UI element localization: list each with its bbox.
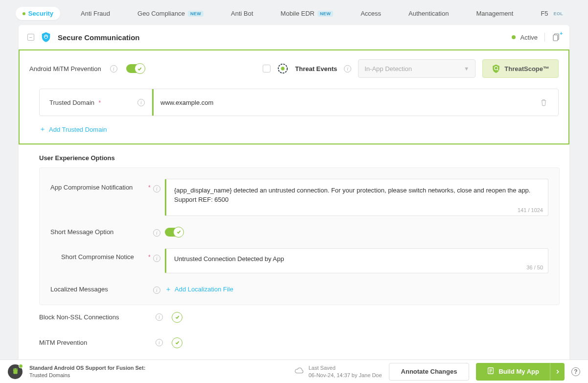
tab-access[interactable]: Access — [354, 7, 388, 20]
tab-management[interactable]: Management — [469, 7, 520, 20]
chevron-down-icon: ▼ — [464, 66, 469, 72]
required-marker: * — [148, 179, 153, 191]
status-group: Active + — [512, 32, 561, 43]
info-icon[interactable]: i — [153, 255, 160, 262]
info-icon[interactable]: i — [137, 99, 145, 106]
short-notice-label: Short Compromise Notice — [61, 248, 148, 261]
block-ssl-toggle[interactable] — [172, 312, 182, 323]
delete-domain-button[interactable] — [529, 89, 558, 116]
info-icon[interactable]: i — [153, 229, 160, 237]
threat-events-label: Threat Events — [295, 65, 337, 72]
required-marker: * — [98, 99, 101, 106]
trusted-domain-input[interactable] — [154, 90, 529, 115]
mitm-toggle[interactable] — [126, 64, 145, 73]
domain-label: Trusted Domain — [49, 99, 94, 106]
new-badge: NEW — [317, 11, 333, 17]
svg-rect-1 — [45, 37, 47, 38]
tab-security[interactable]: Security — [16, 7, 60, 20]
threatscope-button[interactable]: ThreatScope™ — [482, 59, 559, 78]
ux-section-title: User Experience Options — [39, 154, 560, 162]
required-marker: * — [148, 248, 153, 261]
mitm-prev-label: MiTM Prevention — [39, 339, 147, 346]
trusted-domain-row: Trusted Domain * i — [39, 89, 559, 116]
android-icon — [8, 364, 23, 379]
tab-label: Security — [28, 10, 53, 17]
select-value: In-App Detection — [364, 65, 412, 72]
footer-bar: Standard Android OS Support for Fusion S… — [0, 359, 588, 383]
ux-panel: App Compromise Notification * i {app_dis… — [39, 168, 560, 305]
mitm-panel: Android MiTM Prevention i Threat Events … — [19, 49, 569, 144]
app-compromise-label: App Compromise Notification — [50, 179, 148, 191]
status-dot-icon — [512, 35, 516, 39]
info-icon[interactable]: i — [153, 185, 160, 192]
threat-events-checkbox[interactable] — [263, 65, 271, 72]
detection-select[interactable]: In-App Detection ▼ — [358, 59, 475, 78]
mitm-label: Android MiTM Prevention — [29, 65, 101, 72]
localized-msgs-label: Localized Messages — [50, 286, 148, 293]
copy-icon[interactable]: + — [552, 32, 561, 43]
annotate-button[interactable]: Annotate Changes — [389, 363, 470, 381]
footer-meta: Standard Android OS Support for Fusion S… — [29, 364, 145, 379]
char-counter: 141 / 1024 — [518, 207, 543, 213]
info-icon[interactable]: i — [153, 287, 160, 294]
tab-f5[interactable]: F5 EOL — [534, 7, 572, 20]
status-label: Active — [520, 34, 538, 41]
status-dot-icon — [23, 12, 25, 15]
eol-badge: EOL — [551, 11, 566, 17]
threatscope-label: ThreatScope™ — [504, 65, 549, 72]
svg-point-5 — [281, 67, 285, 70]
online-dot-icon — [19, 364, 23, 368]
threat-events-icon — [277, 63, 288, 74]
block-ssl-label: Block Non-SSL Connections — [39, 313, 147, 321]
top-tabs: Security Anti Fraud Geo Compliance NEW A… — [0, 0, 588, 25]
add-localization-link[interactable]: ＋ Add Localization File — [165, 285, 548, 294]
tab-anti-bot[interactable]: Anti Bot — [224, 7, 260, 20]
char-counter: 36 / 50 — [526, 264, 543, 270]
info-icon[interactable]: i — [156, 339, 163, 346]
tab-mobile-edr[interactable]: Mobile EDR NEW — [274, 7, 340, 20]
plus-icon: ＋ — [39, 125, 46, 134]
card-header: − Secure Communication Active + — [19, 25, 569, 49]
tab-authentication[interactable]: Authentication — [402, 7, 455, 20]
main-card: − Secure Communication Active + Android … — [19, 25, 569, 383]
collapse-toggle[interactable]: − — [27, 34, 34, 41]
svg-rect-3 — [553, 35, 558, 41]
help-button[interactable]: ? — [571, 367, 580, 376]
last-saved: Last Saved 06-Nov-24, 14:37 by Jane Doe — [294, 364, 382, 379]
card-title: Secure Communication — [58, 33, 505, 42]
tab-anti-fraud[interactable]: Anti Fraud — [74, 7, 117, 20]
build-app-button[interactable]: Build My App — [476, 363, 565, 381]
tab-geo-compliance[interactable]: Geo Compliance NEW — [131, 7, 210, 20]
short-notice-input[interactable]: Untrusted Connection Detected by App 36 … — [165, 248, 548, 273]
info-icon[interactable]: i — [156, 313, 163, 321]
short-msg-label: Short Message Option — [50, 228, 148, 236]
svg-point-9 — [16, 369, 16, 370]
info-icon[interactable]: i — [110, 65, 117, 72]
threatscope-shield-icon — [492, 64, 500, 73]
divider — [544, 33, 545, 42]
build-dropdown-caret[interactable] — [550, 363, 565, 381]
info-icon[interactable]: i — [344, 65, 351, 72]
short-msg-toggle[interactable] — [165, 228, 183, 237]
cloud-icon — [294, 367, 304, 376]
mitm-prev-toggle[interactable] — [172, 337, 182, 348]
svg-rect-7 — [13, 371, 18, 374]
plus-badge-icon: + — [560, 31, 563, 36]
build-icon — [487, 367, 495, 376]
app-compromise-text-input[interactable]: {app_display_name} detected an untrusted… — [165, 179, 548, 216]
add-trusted-domain-link[interactable]: ＋ Add Trusted Domain — [39, 125, 559, 134]
new-badge: NEW — [188, 11, 204, 17]
svg-point-8 — [14, 369, 15, 370]
plus-icon: ＋ — [165, 285, 172, 294]
shield-icon — [41, 32, 51, 43]
